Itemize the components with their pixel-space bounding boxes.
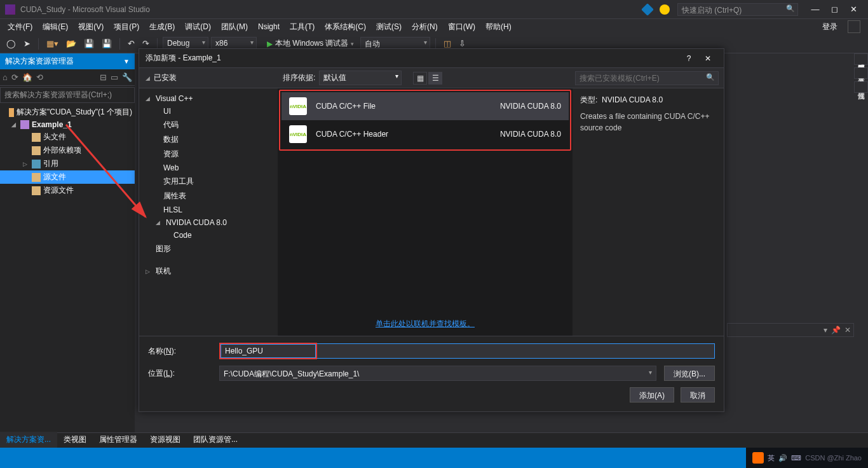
cat-online[interactable]: ▷联机 [139, 264, 278, 279]
menu-file[interactable]: 文件(F) [3, 20, 37, 34]
browse-button[interactable]: 浏览(B)... [664, 366, 715, 381]
template-search[interactable] [575, 71, 719, 85]
undo-icon[interactable]: ↶ [125, 38, 137, 50]
avatar-icon[interactable] [848, 20, 860, 33]
name-input[interactable] [220, 344, 316, 358]
minimize-button[interactable]: — [806, 2, 825, 17]
menu-build[interactable]: 生成(B) [144, 20, 180, 34]
feedback-icon[interactable] [660, 4, 670, 15]
cat-web[interactable]: Web [139, 162, 278, 174]
properties-icon[interactable]: 🔧 [122, 72, 132, 82]
btab-resview[interactable]: 资源视图 [144, 432, 187, 448]
installed-tab[interactable]: ◢已安装 [139, 72, 278, 83]
sort-combo[interactable]: 默认值 [319, 71, 402, 85]
refresh-icon[interactable]: ⟲ [36, 72, 43, 82]
tray-icon[interactable]: ⌨ [791, 454, 801, 462]
tree-source-files[interactable]: 源文件 [0, 170, 135, 184]
template-cuda-file[interactable]: nVIDIA CUDA C/C++ File NVIDIA CUDA 8.0 [281, 92, 569, 120]
vtab-server-explorer[interactable]: 服务器资源管理器 [854, 53, 868, 65]
add-button[interactable]: 添加(A) [630, 387, 674, 403]
online-templates-link[interactable]: 单击此处以联机并查找模板。 [278, 312, 573, 336]
menu-debug[interactable]: 调试(D) [180, 20, 216, 34]
vtab-properties[interactable]: 属性 [854, 81, 868, 93]
btab-solution[interactable]: 解决方案资... [0, 432, 57, 448]
cat-resource[interactable]: 资源 [139, 147, 278, 162]
close-panel-icon[interactable]: ✕ [844, 326, 851, 334]
name-input-extended[interactable] [317, 343, 715, 359]
folder-icon [32, 173, 41, 182]
btab-classview[interactable]: 类视图 [57, 432, 93, 448]
play-icon: ▶ [267, 39, 273, 48]
save-icon[interactable]: 💾 [81, 38, 97, 50]
location-combo[interactable]: F:\CUDA编程\CUDA_Study\Example_1\ [219, 366, 656, 381]
template-details: 类型: NVIDIA CUDA 8.0 Creates a file conta… [573, 88, 724, 336]
tool-icon[interactable]: 🏠 [22, 72, 32, 82]
vtab-toolbox[interactable]: 工具箱 [854, 67, 868, 79]
collapse-icon[interactable]: ⊟ [100, 72, 107, 82]
login-link[interactable]: 登录 [816, 20, 844, 34]
close-button[interactable]: ✕ [844, 2, 863, 17]
solution-node[interactable]: 解决方案"CUDA_Study"(1 个项目) [0, 106, 135, 119]
menu-help[interactable]: 帮助(H) [480, 20, 517, 34]
menu-nsight[interactable]: Nsight [253, 20, 285, 33]
cat-propsheet[interactable]: 属性表 [139, 189, 278, 203]
project-node[interactable]: ◢Example_1 [0, 119, 135, 130]
sogou-icon[interactable] [752, 452, 764, 464]
vs-logo-icon [5, 4, 15, 15]
folder-icon [32, 146, 41, 155]
menu-edit[interactable]: 编辑(E) [37, 20, 73, 34]
tree-external-deps[interactable]: 外部依赖项 [0, 144, 135, 157]
view-details[interactable]: ☰ [428, 72, 442, 85]
menu-team[interactable]: 团队(M) [216, 20, 253, 34]
ime-lang[interactable]: 英 [768, 453, 775, 463]
nav-fwd-icon[interactable]: ➤ [21, 38, 33, 50]
pin-icon[interactable]: 📌 [831, 326, 841, 334]
cat-nvidia-code[interactable]: Code [139, 229, 278, 242]
menu-architecture[interactable]: 体系结构(C) [320, 20, 371, 34]
nav-back-icon[interactable]: ◯ [4, 38, 18, 50]
menu-project[interactable]: 项目(P) [109, 20, 144, 34]
properties-panel-header: ▾ 📌 ✕ [727, 323, 854, 337]
notification-icon[interactable] [641, 3, 654, 16]
menu-view[interactable]: 视图(V) [73, 20, 109, 34]
menu-test[interactable]: 测试(S) [371, 20, 407, 34]
menu-analyze[interactable]: 分析(N) [407, 20, 443, 34]
cat-graphics[interactable]: 图形 [139, 242, 278, 256]
quick-launch-input[interactable]: 快速启动 (Ctrl+Q) [677, 3, 798, 16]
cat-ui[interactable]: UI [139, 105, 278, 118]
sync-icon[interactable]: ⟳ [11, 72, 18, 82]
solution-search-input[interactable]: 搜索解决方案资源管理器(Ctrl+;) [0, 87, 135, 103]
btab-teamexp[interactable]: 团队资源管... [187, 432, 244, 448]
maximize-button[interactable]: ◻ [825, 2, 844, 17]
btab-propmgr[interactable]: 属性管理器 [93, 432, 144, 448]
tree-headers[interactable]: 头文件 [0, 130, 135, 144]
tree-references[interactable]: ▷引用 [0, 157, 135, 170]
cat-code[interactable]: 代码 [139, 118, 278, 132]
open-file-icon[interactable]: 📂 [64, 38, 79, 50]
tree-resource-files[interactable]: 资源文件 [0, 184, 135, 197]
cat-hlsl[interactable]: HLSL [139, 203, 278, 216]
cat-utility[interactable]: 实用工具 [139, 174, 278, 189]
cancel-button[interactable]: 取消 [681, 387, 715, 403]
menu-window[interactable]: 窗口(W) [443, 20, 480, 34]
tray-icon[interactable]: 🔊 [778, 454, 787, 462]
project-icon [20, 120, 29, 129]
home-icon[interactable]: ⌂ [3, 72, 8, 82]
show-all-icon[interactable]: ▭ [111, 72, 118, 82]
right-side-tabs: 服务器资源管理器 工具箱 属性 [854, 53, 868, 93]
view-medium-icons[interactable]: ▦ [413, 72, 427, 85]
template-cuda-header[interactable]: nVIDIA CUDA C/C++ Header NVIDIA CUDA 8.0 [281, 120, 569, 148]
sort-label: 排序依据: [283, 72, 315, 83]
dialog-close-button[interactable]: ✕ [698, 54, 717, 63]
template-search-input[interactable] [575, 71, 719, 85]
menu-tools[interactable]: 工具(T) [285, 20, 320, 34]
new-project-icon[interactable]: ▦▾ [44, 38, 61, 50]
cat-nvidia-cuda[interactable]: ◢NVIDIA CUDA 8.0 [139, 216, 278, 229]
dialog-help-button[interactable]: ? [679, 54, 698, 63]
panel-dropdown-icon[interactable]: ▼ [123, 58, 130, 65]
save-all-icon[interactable]: 💾 [99, 38, 114, 50]
name-highlight [219, 343, 317, 359]
auto-hide-icon[interactable]: ▾ [824, 326, 827, 334]
cat-data[interactable]: 数据 [139, 132, 278, 147]
cat-visual-cpp[interactable]: ◢Visual C++ [139, 92, 278, 105]
